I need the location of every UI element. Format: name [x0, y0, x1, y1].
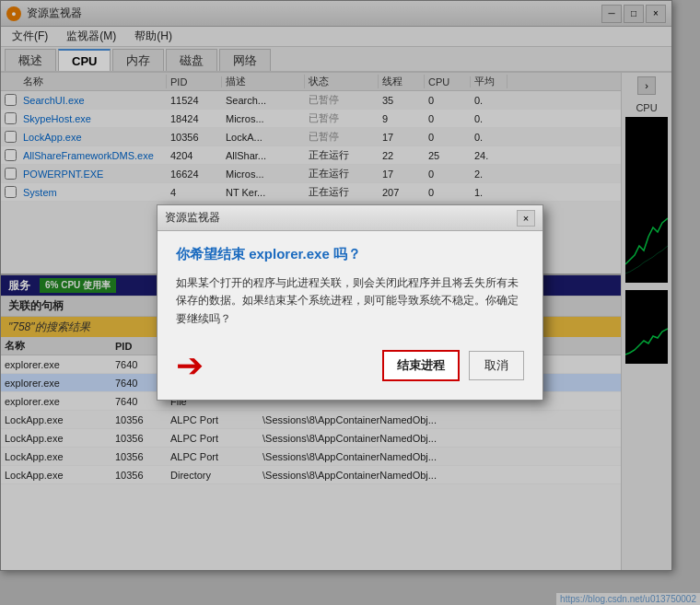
dialog-warning: 如果某个打开的程序与此进程关联，则会关闭此程序并且将丢失所有未保存的数据。如果结… — [176, 274, 524, 328]
dialog-body: 你希望结束 explorer.exe 吗？ 如果某个打开的程序与此进程关联，则会… — [158, 231, 542, 400]
dialog-buttons: ➔ 结束进程 取消 — [176, 346, 524, 385]
cancel-button[interactable]: 取消 — [469, 351, 524, 380]
dialog-titlebar: 资源监视器 × — [158, 205, 542, 231]
dialog-question: 你希望结束 explorer.exe 吗？ — [176, 246, 524, 263]
confirm-dialog: 资源监视器 × 你希望结束 explorer.exe 吗？ 如果某个打开的程序与… — [157, 204, 543, 401]
dialog-title: 资源监视器 — [165, 210, 517, 226]
end-process-button[interactable]: 结束进程 — [382, 350, 460, 381]
arrow-icon: ➔ — [176, 346, 204, 385]
arrow-container: ➔ — [176, 346, 373, 385]
dialog-overlay: 资源监视器 × 你希望结束 explorer.exe 吗？ 如果某个打开的程序与… — [0, 0, 700, 605]
dialog-close-button[interactable]: × — [517, 210, 535, 227]
